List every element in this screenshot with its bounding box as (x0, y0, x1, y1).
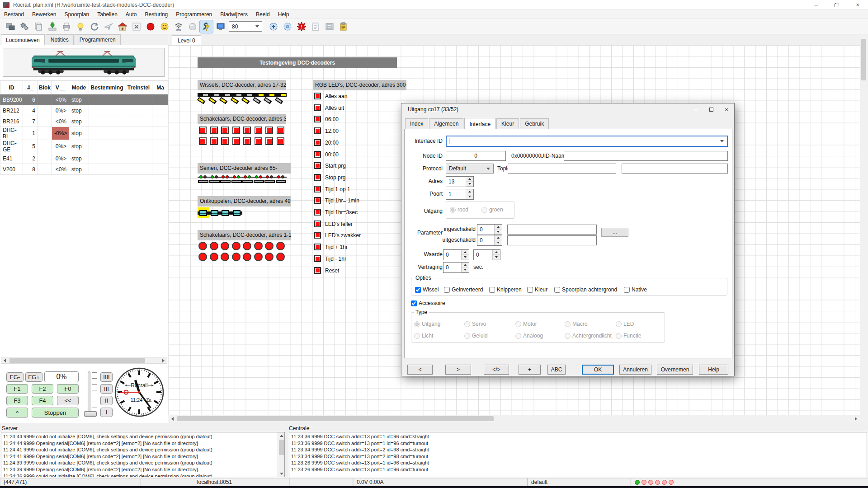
switch-button[interactable] (221, 253, 229, 261)
switch-button[interactable] (254, 253, 263, 261)
led-button[interactable] (314, 244, 321, 250)
menu-spoorplan[interactable]: Spoorplan (60, 10, 93, 19)
refresh-icon[interactable] (88, 20, 101, 33)
turnout-symbol[interactable] (209, 92, 220, 103)
f4-button[interactable]: F4 (32, 396, 53, 405)
col-mode[interactable]: Mode (69, 81, 89, 94)
output-button[interactable] (243, 127, 251, 134)
uitgeschakeld-spinner[interactable]: 0 (477, 235, 502, 246)
f1-button[interactable]: F1 (6, 384, 28, 394)
output-button[interactable] (243, 137, 251, 145)
signal-symbol[interactable] (264, 174, 275, 185)
output-button[interactable] (232, 137, 240, 145)
node-id-field[interactable]: 0 (446, 151, 506, 161)
led-button[interactable] (314, 267, 321, 274)
led-button[interactable] (314, 209, 321, 216)
xml-button[interactable]: </> (484, 365, 509, 375)
spoorplan-achtergrond-checkbox[interactable]: Spoorplan achtergrond (554, 286, 617, 293)
interface-id-combo[interactable] (446, 136, 728, 147)
dialog-minimize-icon[interactable]: – (688, 103, 703, 115)
vertraging-spinner[interactable]: 0 (443, 262, 469, 273)
properties-gears-icon[interactable] (18, 20, 31, 33)
output-button[interactable] (221, 127, 229, 134)
topic-field-2[interactable] (622, 164, 728, 174)
col-v[interactable]: V__ (52, 81, 69, 94)
switch-button[interactable] (232, 253, 241, 261)
turnout-symbol[interactable] (220, 92, 231, 103)
switch-button[interactable] (254, 242, 263, 250)
waarde-spinner-2[interactable]: 0 (473, 249, 500, 260)
output-button[interactable] (210, 137, 218, 145)
tab-gebruik[interactable]: Gebruik (520, 118, 549, 129)
col-blok[interactable]: Blok (38, 81, 52, 94)
output-button[interactable] (255, 127, 262, 134)
signal-symbol[interactable] (275, 174, 286, 185)
zoom-in-icon[interactable] (267, 20, 280, 33)
ingeschakeld-spinner[interactable]: 0 (477, 224, 502, 235)
led-button[interactable] (314, 127, 321, 134)
tab-index[interactable]: Index (405, 118, 428, 129)
decoupler-symbol[interactable] (231, 207, 242, 218)
menu-auto[interactable]: Auto (122, 10, 141, 19)
signal-symbol[interactable] (253, 174, 264, 185)
signal-symbol[interactable] (220, 174, 231, 185)
menu-bewerken[interactable]: Bewerken (28, 10, 60, 19)
step2-button[interactable]: II (100, 396, 113, 405)
minimize-icon[interactable]: – (806, 0, 826, 10)
led-button[interactable] (314, 104, 321, 111)
ingeschakeld-field[interactable] (507, 225, 597, 235)
dialog-maximize-icon[interactable] (703, 103, 719, 115)
stop-button[interactable]: Stoppen (32, 408, 79, 418)
menu-beeld[interactable]: Beeld (252, 10, 274, 19)
switch-button[interactable] (265, 253, 274, 261)
led-button[interactable] (314, 255, 321, 262)
tab-programmeren[interactable]: Programmeren (75, 34, 121, 45)
server-log-scrollbar[interactable] (278, 432, 284, 477)
sphere-icon[interactable] (186, 20, 199, 33)
switch-button[interactable] (210, 253, 218, 261)
dialog-close-icon[interactable]: × (719, 103, 734, 115)
uitgeschakeld-field[interactable] (507, 235, 597, 245)
tab-level-0[interactable]: Level 0 (172, 35, 201, 46)
canvas-vscrollbar[interactable] (860, 34, 867, 422)
menu-bladwijzers[interactable]: Bladwijzers (216, 10, 252, 19)
dialog-titlebar[interactable]: Uitgang co17 (33/52) – × (401, 103, 734, 115)
card-index-icon[interactable] (323, 20, 336, 33)
step4-button[interactable]: IIII (100, 372, 113, 382)
output-button[interactable] (277, 137, 284, 145)
prev-button[interactable]: < (407, 365, 433, 375)
geinverteerd-checkbox[interactable]: Geinverteerd (444, 286, 483, 293)
turnout-symbol[interactable] (275, 92, 286, 103)
switch-button[interactable] (221, 242, 229, 250)
output-button[interactable] (277, 127, 284, 134)
waarde-spinner-1[interactable]: 0 (443, 249, 469, 260)
switch-button[interactable] (276, 253, 285, 261)
led-button[interactable] (314, 151, 321, 158)
switch-button[interactable] (243, 242, 251, 250)
col-nr[interactable]: #_ (23, 81, 38, 94)
decoupler-symbol[interactable] (198, 207, 209, 218)
uid-naam-field[interactable] (564, 151, 728, 161)
lamp-icon[interactable] (74, 20, 87, 33)
col-bestemming[interactable]: Bestemming (89, 81, 125, 94)
turnout-symbol[interactable] (242, 92, 253, 103)
smiley-icon[interactable] (158, 20, 171, 33)
tab-interface[interactable]: Interface (464, 118, 495, 129)
tab-algemeen[interactable]: Algemeen (429, 118, 463, 129)
ok-button[interactable]: OK (582, 365, 614, 375)
led-button[interactable] (314, 93, 321, 99)
knipperen-checkbox[interactable]: Knipperen (489, 286, 522, 293)
step3-button[interactable]: III (100, 384, 113, 394)
led-button[interactable] (314, 162, 321, 169)
output-button[interactable] (210, 127, 218, 134)
switch-button[interactable] (210, 242, 218, 250)
table-row[interactable]: V2008<0%stop (0, 164, 169, 175)
poort-spinner[interactable]: 1 (446, 189, 474, 200)
restore-icon[interactable] (826, 0, 847, 10)
table-row[interactable]: BB92006<0%stop (0, 94, 169, 105)
led-button[interactable] (314, 186, 321, 192)
f3-button[interactable]: F3 (6, 396, 28, 405)
table-row[interactable]: BR21240%>stop (0, 105, 169, 116)
home-icon[interactable] (116, 20, 129, 33)
decoupler-symbol[interactable] (220, 207, 231, 218)
